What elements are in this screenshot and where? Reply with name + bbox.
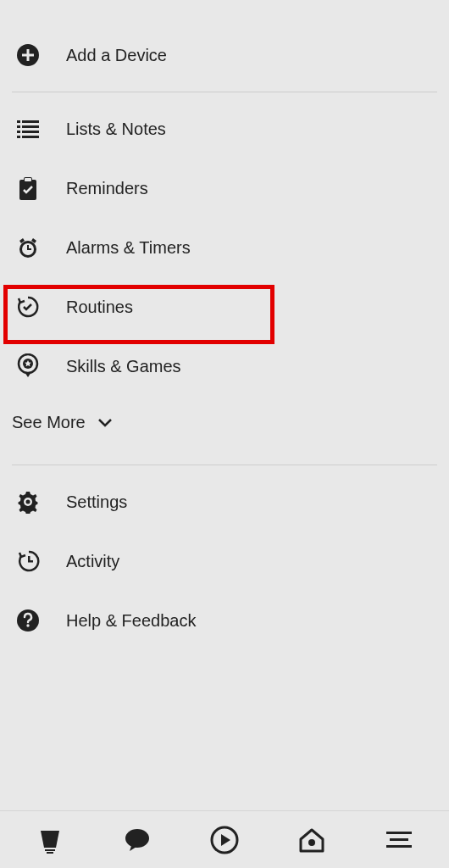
divider (12, 465, 437, 465)
menu-label: Reminders (66, 179, 148, 198)
svg-rect-33 (386, 845, 412, 848)
see-more-label: See More (12, 413, 86, 432)
svg-rect-32 (390, 838, 408, 841)
play-icon (210, 826, 239, 854)
svg-rect-2 (22, 54, 34, 57)
svg-rect-31 (386, 832, 412, 834)
svg-rect-8 (22, 131, 39, 133)
svg-rect-23 (28, 560, 33, 563)
menu-label: Add a Device (66, 46, 167, 65)
menu-item-add-device[interactable]: Add a Device (0, 25, 449, 85)
svg-rect-26 (45, 849, 55, 851)
history-icon (15, 548, 41, 574)
nav-play[interactable] (206, 821, 243, 859)
menu-item-help-feedback[interactable]: Help & Feedback (0, 591, 449, 650)
svg-point-28 (125, 829, 149, 848)
menu-item-skills-games[interactable]: Skills & Games (0, 337, 449, 396)
menu-item-activity[interactable]: Activity (0, 531, 449, 591)
divider (12, 92, 437, 92)
chat-icon (123, 826, 152, 854)
svg-rect-3 (17, 120, 20, 123)
alarm-icon (15, 235, 41, 260)
menu-item-reminders[interactable]: Reminders (0, 159, 449, 218)
gear-icon (15, 489, 41, 515)
chevron-down-icon (97, 418, 113, 428)
home-icon (36, 826, 64, 854)
help-icon (15, 608, 41, 633)
routine-icon (15, 294, 41, 320)
svg-rect-13 (25, 178, 31, 181)
nav-devices[interactable] (293, 821, 330, 859)
see-more-button[interactable]: See More (0, 396, 449, 458)
plus-circle-icon (15, 42, 41, 68)
menu-label: Skills & Games (66, 357, 181, 376)
svg-rect-27 (47, 852, 53, 854)
menu-label: Alarms & Timers (66, 238, 191, 258)
more-icon (385, 828, 413, 852)
star-pin-icon (15, 353, 41, 379)
menu-label: Lists & Notes (66, 120, 166, 139)
svg-rect-10 (22, 136, 39, 138)
bottom-nav (0, 810, 449, 868)
svg-point-30 (308, 839, 315, 846)
svg-rect-4 (22, 120, 39, 123)
svg-rect-5 (17, 125, 20, 128)
svg-rect-9 (17, 136, 20, 138)
nav-chat[interactable] (119, 821, 156, 859)
svg-rect-6 (22, 125, 39, 128)
menu-label: Settings (66, 492, 127, 512)
svg-rect-17 (27, 248, 31, 250)
menu-item-routines[interactable]: Routines (0, 277, 449, 337)
nav-home[interactable] (31, 821, 69, 859)
menu-label: Help & Feedback (66, 611, 196, 631)
devices-icon (297, 826, 326, 854)
menu-label: Routines (66, 298, 133, 317)
svg-point-21 (26, 500, 30, 504)
clipboard-check-icon (15, 175, 41, 201)
svg-point-25 (26, 624, 29, 626)
menu-content: Add a Device Lists & Notes (0, 0, 449, 650)
list-icon (15, 116, 41, 142)
menu-item-settings[interactable]: Settings (0, 472, 449, 531)
svg-rect-7 (17, 131, 20, 133)
menu-label: Activity (66, 552, 119, 571)
nav-more[interactable] (380, 821, 418, 859)
menu-item-alarms-timers[interactable]: Alarms & Timers (0, 218, 449, 277)
menu-item-lists-notes[interactable]: Lists & Notes (0, 99, 449, 159)
